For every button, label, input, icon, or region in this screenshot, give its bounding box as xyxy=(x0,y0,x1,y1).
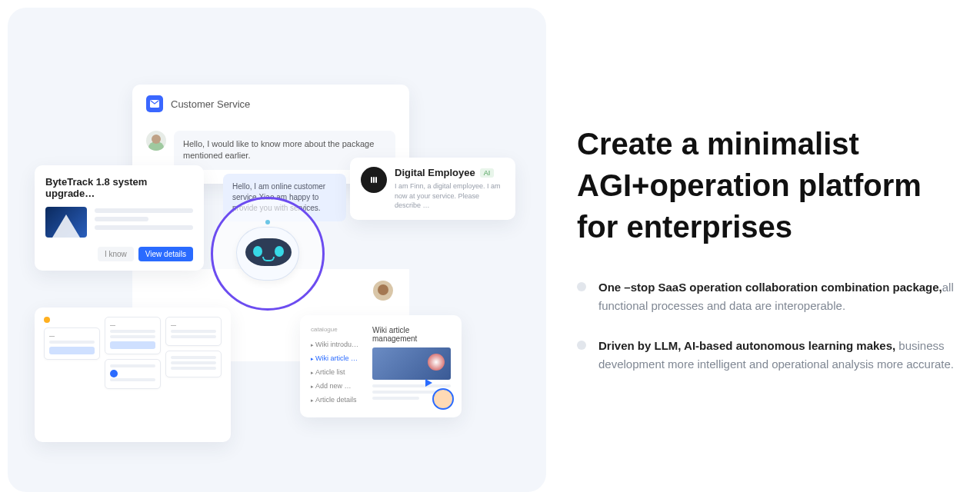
feature-illustration-panel: Customer Service Hello, I would like to … xyxy=(8,8,546,492)
wiki-nav-item[interactable]: Article list xyxy=(311,365,363,379)
wiki-title: Wiki article management xyxy=(372,326,451,343)
ai-badge: AI xyxy=(480,168,495,178)
wiki-article-image xyxy=(372,347,451,380)
flow-node: — xyxy=(165,317,222,346)
wiki-management-card: catalogue Wiki introdu… Wiki article … A… xyxy=(300,315,462,417)
bullet-bold: Driven by LLM, AI-based autonomous learn… xyxy=(598,339,895,352)
workflow-card: — — — xyxy=(35,308,231,442)
digital-employee-desc: I am Finn, a digital employee. I am now … xyxy=(395,181,505,211)
svg-rect-4 xyxy=(375,177,377,183)
page-headline: Create a minimalist AGI+operation platfo… xyxy=(577,123,957,248)
feature-bullet: One –stop SaaS operation collaboration c… xyxy=(577,278,957,315)
presenter-avatar-icon xyxy=(432,388,454,410)
svg-rect-2 xyxy=(371,177,372,183)
bullet-dot-icon xyxy=(577,341,586,350)
digital-employee-card: Digital Employee AI I am Finn, a digital… xyxy=(350,158,515,220)
bullet-bold: One –stop SaaS operation collaboration c… xyxy=(598,281,942,294)
bullet-dot-icon xyxy=(577,282,586,291)
wiki-nav-item[interactable]: Wiki article … xyxy=(311,351,363,365)
wiki-nav-item[interactable]: Add new … xyxy=(311,379,363,393)
digital-employee-title: Digital Employee xyxy=(395,167,475,178)
wiki-nav-item[interactable]: Wiki introdu… xyxy=(311,337,363,351)
wiki-nav-item[interactable]: Article details xyxy=(311,393,363,407)
view-details-button[interactable]: View details xyxy=(138,247,193,261)
customer-service-title: Customer Service xyxy=(171,98,250,110)
bytetrack-card: ByteTrack 1.8 system upgrade… I know Vie… xyxy=(35,165,204,271)
flow-node xyxy=(165,351,222,377)
upgrade-thumbnail-icon xyxy=(45,207,87,238)
marketing-copy-panel: Create a minimalist AGI+operation platfo… xyxy=(577,8,957,395)
i-know-button[interactable]: I know xyxy=(98,247,134,261)
bytetrack-title: ByteTrack 1.8 system upgrade… xyxy=(45,176,193,199)
svg-point-5 xyxy=(110,370,118,377)
catalogue-label: catalogue xyxy=(311,326,363,333)
play-icon xyxy=(110,370,118,377)
play-icon[interactable] xyxy=(425,379,432,387)
flow-node: — xyxy=(105,317,161,354)
flow-node xyxy=(105,359,161,389)
user-avatar-icon xyxy=(146,131,166,151)
svg-rect-3 xyxy=(373,177,375,183)
customer-service-icon xyxy=(146,95,163,112)
flow-start-icon xyxy=(44,317,50,323)
ai-robot-avatar xyxy=(211,197,325,311)
flow-node: — xyxy=(44,327,100,360)
digital-employee-icon xyxy=(361,167,387,193)
feature-bullet: Driven by LLM, AI-based autonomous learn… xyxy=(577,337,957,374)
agent-avatar-icon xyxy=(373,281,393,301)
